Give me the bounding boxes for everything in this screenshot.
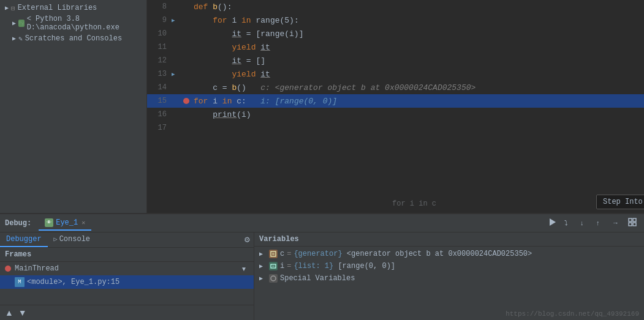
var-item-special[interactable]: ▶ Special Variables [254, 272, 644, 285]
var-special-name: Special Variables [280, 274, 355, 283]
code-line-16: 16 print(i) [147, 108, 644, 121]
python-icon: Py [18, 20, 25, 27]
thread-name: MainThread [15, 264, 239, 273]
module-icon: M [15, 277, 25, 287]
line-number-17: 17 [147, 124, 172, 132]
nav-down-btn[interactable]: ▼ [16, 307, 29, 319]
step-over-button[interactable]: ⤵ [562, 217, 575, 229]
debug-content: Debugger ▷ Console ⚙ Frames [0, 233, 644, 320]
code-line-10: 10 it = [range(i)] [147, 27, 644, 40]
frames-item-module[interactable]: M <module>, Eye_1.py:15 [0, 275, 254, 289]
grid-button[interactable] [626, 217, 639, 229]
svg-text:→: → [612, 219, 619, 226]
tab-debugger-sub[interactable]: Debugger [0, 233, 48, 247]
sidebar-label: External Libraries [18, 4, 97, 12]
thread-dropdown[interactable]: ▼ [239, 264, 249, 273]
var-item-i[interactable]: ▶ i = {list: 1} [range(0, 0)] [254, 260, 644, 272]
var-item-c[interactable]: ▶ c = {generator} <generator object b at… [254, 248, 644, 260]
frames-nav: ▲ ▼ [0, 305, 254, 320]
code-content-12: it = [] [191, 56, 644, 65]
variables-list: ▶ c = {generator} <generator object b at… [254, 247, 644, 320]
frames-list: MainThread ▼ M <module>, Eye_1.py:15 [0, 262, 254, 305]
line-number-15: 15 [147, 97, 172, 105]
var-i-name: i [280, 262, 284, 270]
svg-rect-5 [629, 218, 632, 221]
line-number-10: 10 [147, 29, 172, 38]
scratches-icon: ✎ [18, 35, 23, 43]
expand-c-icon: ▶ [259, 250, 268, 258]
step-into-container: ↓ Step Into F7 [578, 217, 591, 229]
debug-toolbar: ⤵ ↓ Step Into F7 ↑ → [546, 217, 639, 229]
code-content-14: c = b() c: <generator object b at 0x0000… [191, 83, 644, 92]
expand-special-icon: ▶ [259, 275, 268, 282]
library-icon: ⊟ [11, 4, 15, 12]
var-i-icon [269, 262, 278, 270]
svg-rect-6 [633, 218, 636, 221]
line-number-16: 16 [147, 110, 172, 119]
tab-console[interactable]: ▷ Console [48, 233, 96, 247]
line-number-9: 9 [147, 16, 172, 24]
variables-header: Variables [254, 233, 644, 247]
debug-label-text: Debug: [5, 219, 39, 228]
code-line-12: 12 it = [] [147, 54, 644, 67]
sidebar: ▶ ⊟ External Libraries ▶ Py < Python 3.8… [0, 0, 147, 213]
console-tab-label: Console [59, 235, 90, 244]
svg-text:⤵: ⤵ [564, 219, 568, 226]
expand-icon: ▶ [12, 20, 16, 27]
code-line-8: 8 def b(): [147, 0, 644, 13]
code-lines: 8 def b(): 9 ▶ for i in range(5): 10 [147, 0, 644, 135]
line-number-13: 13 [147, 70, 172, 78]
step-into-label: Step Into [603, 198, 643, 206]
svg-text:↑: ↑ [596, 219, 600, 226]
code-line-9: 9 ▶ for i in range(5): [147, 13, 644, 27]
line-number-11: 11 [147, 43, 172, 51]
code-line-15: 15 for i in c: i: [range(0, 0)] [147, 94, 644, 108]
code-content-10: it = [range(i)] [191, 29, 644, 39]
var-i-equals: = [287, 262, 291, 270]
code-content-11: yield it [191, 43, 644, 52]
svg-rect-10 [271, 251, 276, 256]
frames-item-mainthread[interactable]: MainThread ▼ [0, 262, 254, 275]
code-area: 8 def b(): 9 ▶ for i in range(5): 10 [147, 0, 644, 213]
line-arrow-9: ▶ [172, 17, 181, 24]
run-to-cursor-button[interactable]: → [610, 217, 623, 229]
var-c-icon [269, 250, 278, 258]
code-line-11: 11 yield it [147, 40, 644, 54]
tab-debugger[interactable]: 👁 Eye_1 ✕ [39, 216, 91, 231]
debug-label: for i in c [392, 199, 436, 208]
var-i-value: {list: 1} [range(0, 0)] [294, 262, 395, 270]
main-container: ▶ ⊟ External Libraries ▶ Py < Python 3.8… [0, 0, 644, 320]
sidebar-item-scratches[interactable]: ▶ ✎ Scratches and Consoles [0, 33, 146, 44]
resume-button[interactable] [546, 217, 559, 229]
var-c-equals: = [287, 250, 291, 258]
code-content-9: for i in range(5): [191, 16, 644, 25]
breakpoint-15 [181, 98, 191, 104]
svg-text:↓: ↓ [580, 219, 584, 226]
step-into-button[interactable]: ↓ [578, 217, 591, 229]
module-name: <module>, Eye_1.py:15 [27, 278, 119, 286]
var-special-icon [269, 274, 278, 283]
line-number-12: 12 [147, 56, 172, 65]
line-arrow-13: ▶ [172, 71, 181, 78]
watermark: https://blog.csdn.net/qq_49392169 [506, 310, 639, 318]
code-line-14: 14 c = b() c: <generator object b at 0x0… [147, 81, 644, 94]
editor-area: ▶ ⊟ External Libraries ▶ Py < Python 3.8… [0, 0, 644, 213]
expand-icon: ▶ [12, 35, 16, 42]
code-line-17: 17 [147, 121, 644, 135]
code-content-13: yield it [191, 70, 644, 79]
tab-close-icon[interactable]: ✕ [81, 219, 85, 226]
thread-dot [5, 266, 11, 272]
tab-debugger-label: Eye_1 [56, 218, 78, 227]
sidebar-item-python[interactable]: ▶ Py < Python 3.8 D:\anacoda\python.exe [0, 13, 146, 33]
expand-icon: ▶ [5, 4, 9, 12]
step-out-button[interactable]: ↑ [594, 217, 607, 229]
frames-panel: Debugger ▷ Console ⚙ Frames [0, 233, 254, 320]
code-content-16: print(i) [191, 110, 644, 119]
nav-up-btn[interactable]: ▲ [2, 307, 16, 319]
console-icon: ▷ [54, 236, 58, 243]
sidebar-item-external-libraries[interactable]: ▶ ⊟ External Libraries [0, 2, 146, 13]
settings-btn[interactable]: ⚙ [241, 234, 254, 246]
sidebar-python-label: < Python 3.8 D:\anacoda\python.exe [27, 15, 142, 32]
svg-rect-7 [629, 223, 632, 226]
var-c-value: {generator} <generator object b at 0x000… [294, 250, 532, 258]
